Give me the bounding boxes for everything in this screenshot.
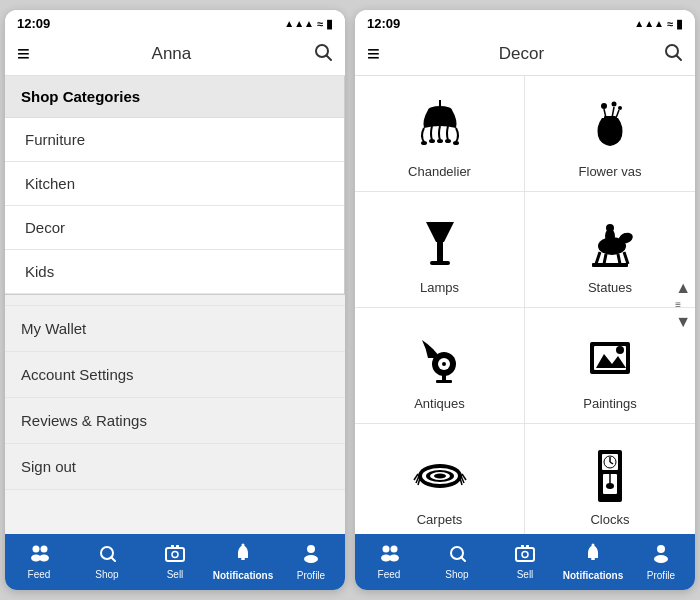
notifications-icon-left bbox=[234, 543, 252, 568]
dropdown-item-furniture[interactable]: Furniture bbox=[5, 118, 344, 162]
menu-item-settings[interactable]: Account Settings bbox=[5, 352, 345, 398]
svg-point-2 bbox=[33, 546, 40, 553]
nav-profile-right[interactable]: Profile bbox=[627, 534, 695, 590]
wifi-icon-left: ≈ bbox=[317, 18, 323, 30]
menu-item-reviews[interactable]: Reviews & Ratings bbox=[5, 398, 345, 444]
dropdown-item-kitchen[interactable]: Kitchen bbox=[5, 162, 344, 206]
app-header-right: ≡ Decor bbox=[355, 35, 695, 76]
svg-rect-47 bbox=[436, 380, 452, 383]
sell-icon-left bbox=[165, 544, 185, 567]
svg-line-39 bbox=[604, 254, 606, 264]
antiques-label: Antiques bbox=[414, 396, 465, 411]
time-left: 12:09 bbox=[17, 16, 50, 31]
carpet-icon bbox=[408, 442, 472, 506]
svg-point-24 bbox=[445, 139, 451, 143]
decor-cell-lamps[interactable]: Lamps bbox=[355, 192, 525, 308]
decor-grid: Chandelier bbox=[355, 76, 695, 534]
status-icons-right: ▲▲▲ ≈ ▮ bbox=[634, 17, 683, 31]
svg-point-22 bbox=[429, 139, 435, 143]
shop-label-left: Shop bbox=[95, 569, 118, 580]
svg-point-13 bbox=[242, 544, 245, 547]
search-button-right[interactable] bbox=[663, 42, 683, 67]
svg-point-14 bbox=[307, 545, 315, 553]
svg-point-9 bbox=[172, 552, 178, 558]
svg-rect-76 bbox=[516, 548, 534, 561]
nav-shop-left[interactable]: Shop bbox=[73, 534, 141, 590]
left-phone: 12:09 ▲▲▲ ≈ ▮ ≡ Anna My Sha... Fav bbox=[5, 10, 345, 590]
chandelier-label: Chandelier bbox=[408, 164, 471, 179]
menu-item-wallet[interactable]: My Wallet bbox=[5, 306, 345, 352]
svg-point-27 bbox=[618, 106, 622, 110]
clocks-label: Clocks bbox=[590, 512, 629, 527]
scroll-lines-icon: ≡ bbox=[675, 299, 691, 311]
nav-sell-right[interactable]: Sell bbox=[491, 534, 559, 590]
hamburger-button-left[interactable]: ≡ bbox=[17, 41, 30, 67]
scroll-down-icon[interactable]: ▼ bbox=[675, 313, 691, 331]
battery-icon-right: ▮ bbox=[676, 17, 683, 31]
nav-shop-right[interactable]: Shop bbox=[423, 534, 491, 590]
scroll-up-icon[interactable]: ▲ bbox=[675, 279, 691, 297]
decor-grid-container: Chandelier bbox=[355, 76, 695, 534]
bottom-nav-left: Feed Shop bbox=[5, 534, 345, 590]
svg-point-37 bbox=[606, 224, 614, 232]
profile-label-right: Profile bbox=[647, 570, 675, 581]
decor-cell-vase[interactable]: Flower vas bbox=[525, 76, 695, 192]
svg-line-1 bbox=[326, 55, 331, 60]
svg-rect-32 bbox=[437, 242, 443, 262]
svg-line-41 bbox=[624, 252, 628, 264]
status-bar-right: 12:09 ▲▲▲ ≈ ▮ bbox=[355, 10, 695, 35]
svg-point-25 bbox=[601, 103, 607, 109]
header-title-right: Decor bbox=[499, 44, 544, 64]
svg-rect-10 bbox=[171, 545, 174, 548]
svg-point-83 bbox=[654, 555, 668, 563]
svg-rect-42 bbox=[592, 263, 628, 267]
svg-rect-78 bbox=[521, 545, 524, 548]
decor-cell-antiques[interactable]: Antiques bbox=[355, 308, 525, 424]
feed-label-right: Feed bbox=[378, 569, 401, 580]
decor-cell-carpets[interactable]: Carpets bbox=[355, 424, 525, 534]
nav-notifications-right[interactable]: Notifications bbox=[559, 534, 627, 590]
lamp-icon bbox=[408, 210, 472, 274]
bottom-nav-right: Feed Shop bbox=[355, 534, 695, 590]
signal-icon-right: ▲▲▲ bbox=[634, 18, 664, 29]
vase-icon bbox=[578, 94, 642, 158]
decor-cell-clocks[interactable]: Clocks bbox=[525, 424, 695, 534]
nav-notifications-left[interactable]: Notifications bbox=[209, 534, 277, 590]
svg-rect-11 bbox=[176, 545, 179, 548]
painting-icon bbox=[578, 326, 642, 390]
nav-sell-left[interactable]: Sell bbox=[141, 534, 209, 590]
search-button-left[interactable] bbox=[313, 42, 333, 67]
svg-line-75 bbox=[461, 557, 465, 561]
svg-rect-12 bbox=[241, 558, 245, 560]
svg-point-77 bbox=[522, 552, 528, 558]
paintings-label: Paintings bbox=[583, 396, 636, 411]
svg-point-81 bbox=[592, 544, 595, 547]
menu-item-signout[interactable]: Sign out bbox=[5, 444, 345, 490]
svg-point-70 bbox=[383, 546, 390, 553]
svg-point-73 bbox=[389, 555, 399, 562]
nav-feed-right[interactable]: Feed bbox=[355, 534, 423, 590]
notifications-label-right: Notifications bbox=[563, 570, 624, 581]
decor-cell-chandelier[interactable]: Chandelier bbox=[355, 76, 525, 192]
nav-feed-left[interactable]: Feed bbox=[5, 534, 73, 590]
svg-point-50 bbox=[616, 346, 624, 354]
svg-point-71 bbox=[391, 546, 398, 553]
decor-cell-paintings[interactable]: Paintings bbox=[525, 308, 695, 424]
decor-cell-statues[interactable]: Statues bbox=[525, 192, 695, 308]
nav-profile-left[interactable]: Profile bbox=[277, 534, 345, 590]
svg-rect-33 bbox=[430, 261, 450, 265]
hamburger-button-right[interactable]: ≡ bbox=[367, 41, 380, 67]
svg-point-3 bbox=[41, 546, 48, 553]
app-header-left: ≡ Anna bbox=[5, 35, 345, 76]
svg-rect-8 bbox=[166, 548, 184, 561]
dropdown-item-decor[interactable]: Decor bbox=[5, 206, 344, 250]
dropdown-item-kids[interactable]: Kids bbox=[5, 250, 344, 294]
svg-point-15 bbox=[304, 555, 318, 563]
shop-icon-left bbox=[98, 544, 116, 567]
header-title-left: Anna bbox=[152, 44, 192, 64]
profile-icon-right bbox=[652, 543, 670, 568]
svg-point-21 bbox=[453, 141, 459, 145]
left-content: My Sha... Favouri... Commu... Activitie.… bbox=[5, 76, 345, 534]
scroll-arrows[interactable]: ▲ ≡ ▼ bbox=[675, 279, 691, 331]
phones-container: 12:09 ▲▲▲ ≈ ▮ ≡ Anna My Sha... Fav bbox=[0, 0, 700, 600]
